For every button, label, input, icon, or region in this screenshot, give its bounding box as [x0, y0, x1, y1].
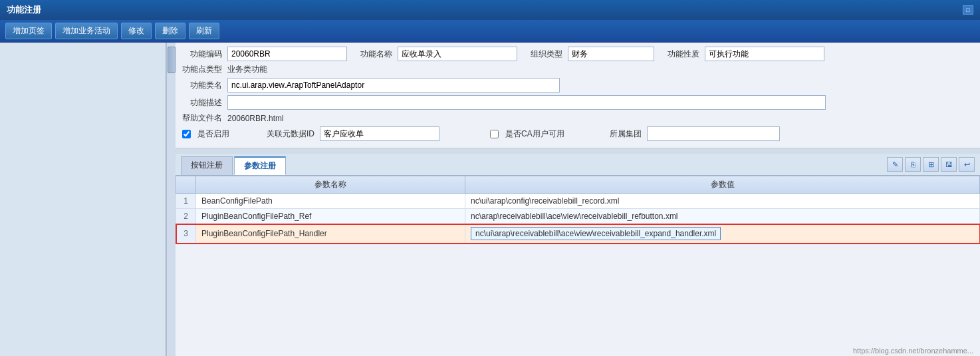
- enabled-label: 是否启用: [197, 128, 229, 140]
- edit-icon-btn[interactable]: ✎: [887, 157, 903, 172]
- ca-user-label: 是否CA用户可用: [505, 128, 564, 140]
- sidebar-scrollbar[interactable]: [166, 43, 176, 356]
- param-table: 参数名称 参数值 1 BeanConfigFilePath nc\ui\arap…: [176, 176, 980, 244]
- tab-param-register[interactable]: 参数注册: [234, 156, 286, 175]
- meta-data-label: 关联元数据ID: [267, 128, 314, 140]
- row-num-3: 3: [176, 224, 196, 244]
- func-desc-input[interactable]: [227, 95, 826, 110]
- table-body: 1 BeanConfigFilePath nc\ui\arap\config\r…: [176, 194, 980, 244]
- func-point-type-label: 功能点类型: [182, 64, 222, 75]
- tab-button-register[interactable]: 按钮注册: [181, 156, 233, 175]
- undo-icon: ↩: [964, 160, 970, 169]
- param-name-1: BeanConfigFilePath: [196, 194, 465, 209]
- param-value-3[interactable]: nc\ui\arap\receivablebill\ace\view\recei…: [465, 224, 980, 244]
- func-code-input[interactable]: [227, 47, 347, 61]
- title-bar: 功能注册 □: [0, 0, 980, 20]
- sidebar[interactable]: [0, 43, 166, 356]
- col-header-rownum: [176, 176, 196, 194]
- func-point-type-value: 业务类功能: [227, 64, 267, 75]
- form-section: 功能编码 功能名称 组织类型 功能性质 功能点类型 业务类功能 功能类名: [176, 43, 980, 148]
- footer-url: https://blog.csdn.net/bronzehamme...: [853, 347, 973, 355]
- paste-icon-btn[interactable]: ⊞: [923, 157, 939, 172]
- form-row-6: 是否启用 关联元数据ID 是否CA用户可用 所属集团: [182, 126, 973, 141]
- form-row-1: 功能编码 功能名称 组织类型 功能性质: [182, 47, 973, 61]
- refresh-button[interactable]: 刷新: [189, 23, 219, 39]
- col-header-param-name: 参数名称: [196, 176, 465, 194]
- add-activity-button[interactable]: 增加业务活动: [55, 23, 118, 39]
- func-prop-input[interactable]: [705, 47, 824, 61]
- save-icon-btn[interactable]: 🖫: [941, 157, 957, 172]
- ca-user-checkbox[interactable]: [490, 130, 499, 138]
- enabled-checkbox[interactable]: [182, 130, 191, 138]
- form-row-4: 功能描述: [182, 95, 973, 110]
- param-value-2: nc\arap\receivablebill\ace\view\receivab…: [465, 209, 980, 224]
- edit-icon: ✎: [892, 160, 898, 169]
- copy-icon-btn[interactable]: ⎘: [905, 157, 921, 172]
- tabs: 按钮注册 参数注册: [176, 154, 882, 175]
- func-desc-label: 功能描述: [182, 97, 222, 108]
- edit-button[interactable]: 修改: [121, 23, 152, 39]
- table-row-selected[interactable]: 3 PluginBeanConfigFilePath_Handler nc\ui…: [176, 224, 980, 244]
- undo-icon-btn[interactable]: ↩: [959, 157, 975, 172]
- param-name-3: PluginBeanConfigFilePath_Handler: [196, 224, 465, 244]
- group-label: 所属集团: [602, 128, 642, 140]
- tab-header-row: 按钮注册 参数注册 ✎ ⎘ ⊞ 🖫 ↩: [176, 154, 980, 176]
- tab-toolbar: ✎ ⎘ ⊞ 🖫 ↩: [882, 154, 980, 175]
- row-num-2: 2: [176, 209, 196, 224]
- group-input[interactable]: [647, 126, 780, 141]
- func-prop-label: 功能性质: [660, 49, 699, 60]
- param-value-1: nc\ui\arap\config\receivablebill_record.…: [465, 194, 980, 209]
- copy-icon: ⎘: [911, 160, 916, 168]
- main-layout: 功能编码 功能名称 组织类型 功能性质 功能点类型 业务类功能 功能类名: [0, 43, 980, 356]
- save-icon: 🖫: [945, 160, 953, 168]
- col-header-param-value: 参数值: [465, 176, 980, 194]
- table-row[interactable]: 2 PluginBeanConfigFilePath_Ref nc\arap\r…: [176, 209, 980, 224]
- func-class-input[interactable]: [227, 78, 560, 92]
- form-row-5: 帮助文件名 20060RBR.html: [182, 112, 973, 124]
- func-class-label: 功能类名: [182, 80, 222, 91]
- org-type-input[interactable]: [568, 47, 654, 61]
- title-bar-label: 功能注册: [7, 4, 41, 16]
- toolbar: 增加页签 增加业务活动 修改 删除 刷新: [0, 20, 980, 43]
- func-name-label: 功能名称: [352, 49, 392, 60]
- param-value-3-highlight: nc\ui\arap\receivablebill\ace\view\recei…: [471, 227, 721, 240]
- row-num-1: 1: [176, 194, 196, 209]
- org-type-label: 组织类型: [523, 49, 562, 60]
- paste-icon: ⊞: [928, 160, 934, 169]
- form-row-2: 功能点类型 业务类功能: [182, 64, 973, 75]
- table-row[interactable]: 1 BeanConfigFilePath nc\ui\arap\config\r…: [176, 194, 980, 209]
- help-file-label: 帮助文件名: [182, 112, 222, 124]
- maximize-button[interactable]: □: [963, 5, 973, 15]
- section-divider: [176, 148, 980, 154]
- add-tab-button[interactable]: 增加页签: [5, 23, 52, 39]
- title-bar-controls: □: [963, 5, 973, 15]
- table-header: 参数名称 参数值: [176, 176, 980, 194]
- form-row-3: 功能类名: [182, 78, 973, 92]
- func-code-label: 功能编码: [182, 49, 222, 60]
- content-area: 功能编码 功能名称 组织类型 功能性质 功能点类型 业务类功能 功能类名: [176, 43, 980, 356]
- table-wrapper[interactable]: 参数名称 参数值 1 BeanConfigFilePath nc\ui\arap…: [176, 176, 980, 356]
- sidebar-scroll-thumb[interactable]: [168, 47, 176, 73]
- delete-button[interactable]: 删除: [155, 23, 185, 39]
- help-file-value: 20060RBR.html: [227, 114, 284, 123]
- func-name-input[interactable]: [398, 47, 517, 61]
- param-name-2: PluginBeanConfigFilePath_Ref: [196, 209, 465, 224]
- meta-data-input[interactable]: [320, 126, 439, 141]
